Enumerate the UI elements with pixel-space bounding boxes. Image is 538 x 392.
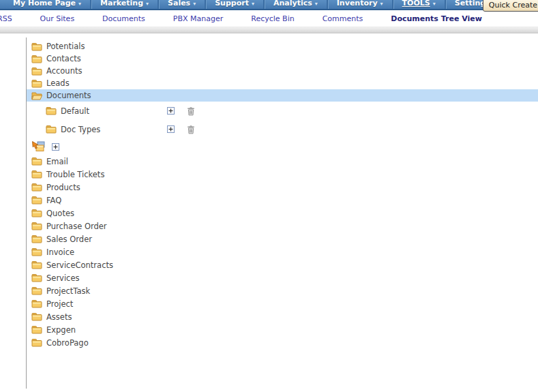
tree-row-label: Default bbox=[61, 106, 163, 116]
tree-row-label: Quotes bbox=[46, 209, 74, 218]
tree-row-cobropago[interactable]: CobroPago bbox=[27, 336, 538, 349]
tree-row-label: Products bbox=[46, 183, 80, 192]
menu-label: Marketing bbox=[100, 0, 143, 9]
chevron-down-icon: ▾ bbox=[146, 0, 149, 9]
menu-marketing[interactable]: Marketing ▾ bbox=[91, 0, 159, 9]
tools-navbar: RSS Our Sites Documents PBX Manager Recy… bbox=[0, 10, 538, 27]
folder-open-icon bbox=[31, 91, 42, 100]
folder-icon bbox=[46, 125, 57, 134]
tree-row-label: ServiceContracts bbox=[46, 260, 113, 270]
tree-row-label: CobroPago bbox=[46, 338, 89, 348]
folder-icon bbox=[31, 42, 42, 51]
tree-row-expgen[interactable]: Expgen bbox=[27, 323, 538, 336]
chevron-down-icon: ▾ bbox=[433, 0, 436, 9]
menu-support[interactable]: Support ▾ bbox=[206, 0, 265, 9]
chevron-down-icon: ▾ bbox=[193, 0, 196, 9]
folder-icon bbox=[31, 196, 42, 205]
menu-analytics[interactable]: Analytics ▾ bbox=[265, 0, 328, 9]
menu-my-home-page[interactable]: My Home Page ▾ bbox=[4, 0, 91, 9]
tree-row-label: Accounts bbox=[46, 66, 82, 76]
chevron-down-icon: ▾ bbox=[315, 0, 318, 9]
folder-icon bbox=[31, 260, 42, 269]
quick-create-button[interactable]: Quick Create bbox=[483, 0, 538, 12]
tree-row-documents-selected[interactable]: Documents bbox=[27, 89, 538, 102]
tree-row-label: Doc Types bbox=[61, 125, 163, 134]
folder-icon bbox=[31, 273, 42, 282]
menu-label: Analytics bbox=[273, 0, 312, 9]
tree-row-projecttask[interactable]: ProjectTask bbox=[27, 284, 538, 297]
expand-icon[interactable] bbox=[167, 107, 175, 115]
main-menubar: My Home Page ▾ Marketing ▾ Sales ▾ Suppo… bbox=[0, 0, 538, 10]
tree-row-label: FAQ bbox=[46, 196, 61, 205]
tree-row-contacts[interactable]: Contacts bbox=[27, 52, 538, 65]
folder-icon bbox=[31, 170, 42, 179]
menu-label: My Home Page bbox=[13, 0, 76, 9]
nav-link-rss[interactable]: RSS bbox=[0, 14, 12, 23]
tree-row-doc-types[interactable]: Doc Types bbox=[27, 120, 538, 138]
nav-link-pbx-manager[interactable]: PBX Manager bbox=[173, 14, 223, 23]
add-folder-icon[interactable] bbox=[32, 141, 45, 152]
nav-link-documents-tree-view: Documents Tree View bbox=[391, 14, 482, 23]
tree-row-potentials[interactable]: Potentials bbox=[27, 40, 538, 52]
chevron-down-icon: ▾ bbox=[78, 0, 81, 9]
delete-icon[interactable] bbox=[187, 106, 195, 116]
folder-icon bbox=[31, 286, 42, 295]
tree-row-purchase-order[interactable]: Purchase Order bbox=[27, 220, 538, 232]
tree-row-label: Potentials bbox=[46, 42, 85, 51]
menu-sales[interactable]: Sales ▾ bbox=[159, 0, 206, 9]
tree-row-quotes[interactable]: Quotes bbox=[27, 207, 538, 220]
tree-row-accounts[interactable]: Accounts bbox=[27, 65, 538, 77]
tree-row-email[interactable]: Email bbox=[27, 155, 538, 168]
menu-label: Inventory bbox=[337, 0, 378, 9]
menu-label: TOOLS bbox=[402, 0, 430, 9]
tree-row-label: Expgen bbox=[46, 325, 76, 335]
folder-tree: Potentials Contacts Accounts Leads bbox=[26, 37, 538, 389]
folder-icon bbox=[31, 299, 42, 308]
documents-tree-view-page: My Home Page ▾ Marketing ▾ Sales ▾ Suppo… bbox=[0, 0, 538, 392]
expand-icon[interactable] bbox=[52, 143, 59, 151]
tree-row-label: Contacts bbox=[46, 54, 81, 63]
chevron-down-icon: ▾ bbox=[252, 0, 254, 9]
nav-link-our-sites[interactable]: Our Sites bbox=[40, 14, 75, 23]
folder-icon bbox=[31, 235, 42, 243]
folder-icon bbox=[46, 106, 57, 115]
tree-row-label: Sales Order bbox=[46, 235, 92, 244]
nav-link-recycle-bin[interactable]: Recycle Bin bbox=[251, 14, 294, 23]
nav-link-comments[interactable]: Comments bbox=[323, 14, 363, 23]
folder-icon bbox=[31, 312, 42, 321]
tree-row-servicecontracts[interactable]: ServiceContracts bbox=[27, 258, 538, 271]
tree-row-label: Purchase Order bbox=[46, 222, 107, 231]
tree-row-faq[interactable]: FAQ bbox=[27, 194, 538, 207]
tree-row-default[interactable]: Default bbox=[27, 102, 538, 120]
folder-icon bbox=[31, 325, 42, 334]
nav-link-documents[interactable]: Documents bbox=[102, 14, 145, 23]
tree-row-sales-order[interactable]: Sales Order bbox=[27, 232, 538, 245]
folder-icon bbox=[31, 222, 42, 230]
folder-icon bbox=[31, 209, 42, 217]
menu-label: Support bbox=[215, 0, 249, 9]
tree-row-label: Trouble Tickets bbox=[46, 170, 104, 179]
folder-icon bbox=[31, 55, 42, 63]
tree-row-invoice[interactable]: Invoice bbox=[27, 245, 538, 258]
tree-row-label: ProjectTask bbox=[46, 286, 90, 296]
tree-row-project[interactable]: Project bbox=[27, 297, 538, 310]
menu-inventory[interactable]: Inventory ▾ bbox=[328, 0, 393, 9]
folder-icon bbox=[31, 183, 42, 192]
tree-row-label: Assets bbox=[46, 312, 72, 322]
tree-row-assets[interactable]: Assets bbox=[27, 310, 538, 323]
tree-row-label: Project bbox=[46, 299, 73, 309]
tree-row-label: Leads bbox=[46, 78, 70, 88]
tree-row-products[interactable]: Products bbox=[27, 181, 538, 194]
tree-row-leads[interactable]: Leads bbox=[27, 77, 538, 89]
folder-icon bbox=[31, 338, 42, 347]
tree-row-label: Email bbox=[46, 157, 68, 166]
folder-icon bbox=[31, 79, 42, 88]
delete-icon[interactable] bbox=[187, 125, 195, 134]
tree-row-label: Documents bbox=[46, 91, 91, 100]
expand-icon[interactable] bbox=[167, 125, 175, 133]
tree-row-services[interactable]: Services bbox=[27, 271, 538, 284]
menu-tools[interactable]: TOOLS ▾ bbox=[393, 0, 446, 9]
tree-row-trouble-tickets[interactable]: Trouble Tickets bbox=[27, 168, 538, 181]
folder-icon bbox=[31, 157, 42, 166]
add-folder-row bbox=[27, 138, 538, 155]
